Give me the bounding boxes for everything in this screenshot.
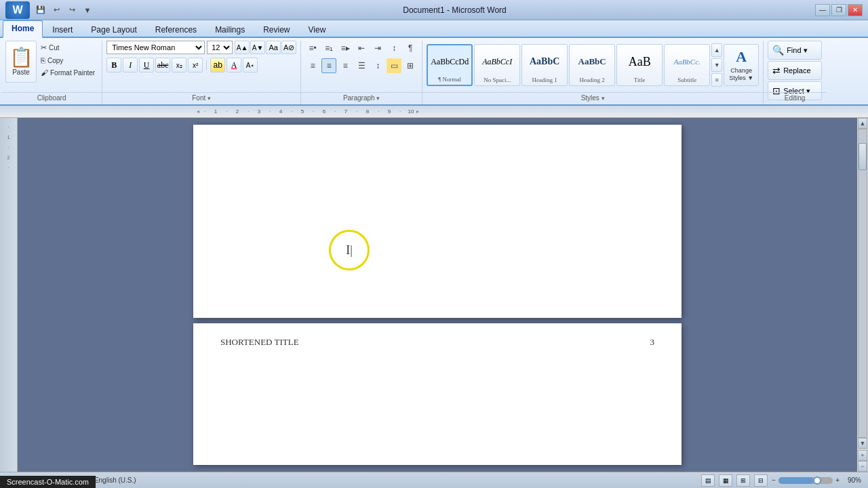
- vertical-scrollbar: ▲ ▼ + −: [857, 118, 868, 472]
- minimize-btn[interactable]: —: [815, 4, 830, 16]
- grow-font-button[interactable]: A▲: [235, 41, 250, 54]
- customize-btn[interactable]: ▼: [81, 4, 94, 16]
- full-screen-view-button[interactable]: ▦: [719, 474, 732, 487]
- window-controls: — ❐ ✕: [815, 4, 863, 16]
- font-size-select[interactable]: 12: [207, 41, 233, 54]
- borders-button[interactable]: ⊞: [403, 58, 418, 73]
- subscript-button[interactable]: x₂: [172, 58, 186, 73]
- page-1[interactable]: I|: [193, 125, 682, 318]
- styles-group-label: Styles ▾: [422, 92, 763, 102]
- bold-button[interactable]: B: [106, 58, 121, 73]
- scroll-up-button[interactable]: ▲: [858, 118, 867, 129]
- highlight-button[interactable]: ab: [210, 58, 225, 73]
- bullets-button[interactable]: ≡•: [305, 41, 320, 56]
- header-title: SHORTENED TITLE: [220, 337, 299, 348]
- increase-indent-button[interactable]: ⇥: [370, 41, 385, 56]
- clear-formatting-button[interactable]: A⊘: [281, 41, 296, 54]
- strikethrough-button[interactable]: abc: [155, 58, 170, 73]
- cut-icon: ✂: [41, 43, 47, 52]
- editing-group: 🔍 Find ▾ ⇄ Replace ⊡ Select ▾ Editing: [764, 41, 826, 104]
- style-heading1[interactable]: AaBbC Heading 1: [521, 44, 568, 86]
- zoom-slider[interactable]: [778, 477, 833, 484]
- styles-more[interactable]: ≡: [711, 73, 722, 87]
- line-spacing-button[interactable]: ↕: [370, 58, 385, 73]
- font-color-button[interactable]: A: [226, 58, 241, 73]
- text-effects-button[interactable]: A⋆: [243, 58, 258, 73]
- font-name-select[interactable]: Times New Roman: [106, 41, 205, 54]
- tab-page-layout[interactable]: Page Layout: [82, 22, 145, 37]
- align-center-button[interactable]: ≡: [321, 58, 336, 73]
- save-btn[interactable]: 💾: [34, 4, 47, 16]
- title-bar: W 💾 ↩ ↪ ▼ Document1 - Microsoft Word — ❐…: [0, 0, 868, 20]
- zoom-slider-thumb[interactable]: [813, 476, 821, 485]
- clipboard-label: Clipboard: [1, 92, 102, 102]
- paste-label: Paste: [12, 68, 30, 76]
- scroll-thumb[interactable]: [859, 143, 867, 170]
- outline-view-button[interactable]: ⊟: [754, 474, 768, 487]
- change-styles-label: ChangeStyles ▼: [729, 67, 753, 82]
- language-indicator: English (U.S.): [94, 476, 136, 484]
- styles-scroll-up[interactable]: ▲: [711, 43, 722, 57]
- scroll-track[interactable]: [858, 129, 867, 438]
- copy-button[interactable]: ⎘ Copy: [38, 55, 98, 66]
- watermark: Screencast-O-Matic.com: [0, 476, 96, 488]
- paste-icon: 📋: [9, 48, 33, 67]
- change-styles-button[interactable]: A ChangeStyles ▼: [724, 44, 759, 86]
- paragraph-expand-icon[interactable]: ▾: [376, 95, 380, 102]
- styles-scroll-down[interactable]: ▼: [711, 58, 722, 72]
- italic-button[interactable]: I: [123, 58, 138, 73]
- web-layout-view-button[interactable]: ⊞: [736, 474, 750, 487]
- style-heading2[interactable]: AaBbC Heading 2: [569, 44, 615, 86]
- clipboard-group: 📋 Paste ✂ Cut ⎘ Copy 🖌 Format Painter Cl…: [1, 41, 102, 104]
- multilevel-list-button[interactable]: ≡▸: [338, 41, 353, 56]
- justify-button[interactable]: ☰: [354, 58, 369, 73]
- zoom-out-icon[interactable]: −: [772, 476, 776, 484]
- style-subtitle[interactable]: AaBbCc. Subtitle: [664, 44, 710, 86]
- style-title[interactable]: AaB Title: [616, 44, 663, 86]
- tab-mailings[interactable]: Mailings: [206, 22, 254, 37]
- replace-button[interactable]: ⇄ Replace: [768, 61, 822, 80]
- zoom-level: 90%: [842, 476, 861, 484]
- tab-insert[interactable]: Insert: [43, 22, 81, 37]
- numbering-button[interactable]: ≡₁: [321, 41, 336, 56]
- align-right-button[interactable]: ≡: [338, 58, 353, 73]
- zoom-in-doc-button[interactable]: +: [858, 450, 867, 461]
- align-left-button[interactable]: ≡: [305, 58, 320, 73]
- undo-btn[interactable]: ↩: [50, 4, 63, 16]
- zoom-controls: − + 90%: [772, 476, 861, 484]
- styles-expand-icon[interactable]: ▾: [601, 95, 605, 102]
- style-normal[interactable]: AaBbCcDd ¶ Normal: [427, 44, 473, 86]
- scroll-down-button[interactable]: ▼: [858, 438, 867, 449]
- font-expand-icon[interactable]: ▾: [208, 95, 211, 102]
- shading-button[interactable]: ▭: [387, 58, 401, 73]
- underline-button[interactable]: U: [139, 58, 154, 73]
- sort-button[interactable]: ↕: [387, 41, 401, 56]
- decrease-indent-button[interactable]: ⇤: [354, 41, 369, 56]
- print-layout-view-button[interactable]: ▤: [701, 474, 715, 487]
- maximize-btn[interactable]: ❐: [831, 4, 846, 16]
- page-header: SHORTENED TITLE 3: [193, 323, 682, 354]
- tab-references[interactable]: References: [146, 22, 205, 37]
- superscript-button[interactable]: x²: [188, 58, 203, 73]
- quick-access-toolbar: 💾 ↩ ↪ ▼: [34, 4, 94, 16]
- show-formatting-button[interactable]: ¶: [403, 41, 418, 56]
- zoom-out-doc-button[interactable]: −: [858, 461, 867, 472]
- tab-review[interactable]: Review: [254, 22, 298, 37]
- zoom-in-icon[interactable]: +: [835, 476, 840, 484]
- paste-button[interactable]: 📋 Paste: [5, 41, 37, 83]
- font-group-label: Font ▾: [102, 92, 300, 102]
- change-case-button[interactable]: Aa: [266, 41, 281, 54]
- shrink-font-button[interactable]: A▼: [250, 41, 265, 54]
- font-group: Times New Roman 12 A▲ A▼ Aa A⊘ B I U abc…: [102, 41, 301, 104]
- find-button[interactable]: 🔍 Find ▾: [768, 41, 822, 60]
- page-2[interactable]: SHORTENED TITLE 3: [193, 323, 682, 465]
- cut-button[interactable]: ✂ Cut: [38, 42, 98, 54]
- office-button[interactable]: W: [5, 1, 30, 19]
- pages-area[interactable]: I| SHORTENED TITLE 3: [18, 118, 857, 472]
- close-btn[interactable]: ✕: [848, 4, 863, 16]
- style-no-spacing[interactable]: AaBbCcI No Spaci...: [474, 44, 520, 86]
- tab-home[interactable]: Home: [3, 20, 43, 38]
- tab-view[interactable]: View: [300, 22, 335, 37]
- format-painter-button[interactable]: 🖌 Format Painter: [38, 67, 98, 78]
- redo-btn[interactable]: ↪: [65, 4, 79, 16]
